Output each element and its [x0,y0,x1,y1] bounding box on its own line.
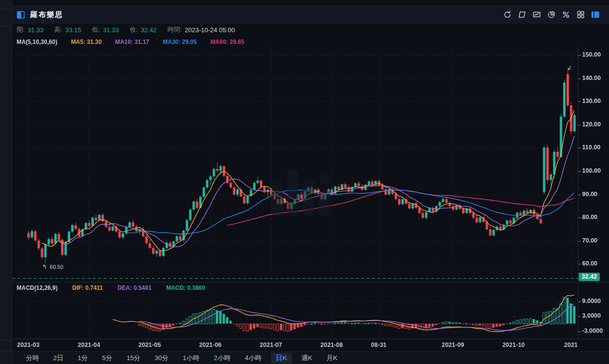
ma-group-label: MA(5,10,30,60) [17,39,57,45]
panel-split-icon[interactable] [589,9,601,20]
period-toolbar: 分時2日1分5分15分30分1小時2小時4小時日K週K月K [12,351,609,364]
price-tick-label: 140.00 [582,75,601,81]
stock-logo-icon [17,11,25,19]
price-tick-label: 150.00 [582,51,601,58]
time-tick-label: 2021-07 [249,342,293,348]
time-tick-label: 2021-09 [431,342,475,348]
ma60-value: MA60: 29.65 [210,39,244,45]
low-value-label: 60.50 [50,264,63,270]
time-tick-label: 2021-04 [67,342,111,348]
tab-1小時[interactable]: 1小時 [178,353,205,364]
low-label: 低: [92,25,100,34]
price-tick-label: 100.00 [582,167,601,174]
open-label: 開: [17,25,25,34]
time-tick-label: 08-31 [357,342,401,348]
macd-tick-label: -3.0000 [582,327,603,334]
time-tick-label: 2021-05 [127,342,171,348]
high-value: 33.15 [65,26,82,34]
tab-2日[interactable]: 2日 [48,353,68,364]
price-tick-label: 130.00 [582,98,601,104]
open-value: 31.33 [28,26,44,34]
dea-value: DEA: 0.5481 [118,284,151,291]
low-point-annotation: ↰60.50 [42,263,63,270]
apps-grid-icon[interactable] [575,9,587,20]
tab-4小時[interactable]: 4小時 [240,353,267,364]
tab-1分[interactable]: 1分 [73,353,93,364]
low-value: 31.33 [103,26,119,34]
price-tick-label: 80.00 [582,214,597,221]
tab-週K[interactable]: 週K [296,353,317,364]
symbol-title: 羅布樂思 [30,10,63,20]
tab-30分[interactable]: 30分 [150,353,174,364]
percent-icon[interactable] [560,9,572,20]
dif-value: DIF: 0.7411 [72,284,103,291]
price-tick-label: 70.00 [582,237,597,244]
draw-tools-icon[interactable] [516,9,528,20]
time-tick-label: 2021-08 [310,342,354,348]
last-price-badge: 32.42 [579,273,600,281]
price-tick-label: 90.00 [582,191,597,198]
tab-月K[interactable]: 月K [321,353,342,364]
trading-app-window: 羅布樂思 開: 31. [0,0,609,364]
tab-分時[interactable]: 分時 [21,353,44,364]
tab-15分[interactable]: 15分 [122,353,146,364]
price-tick-label: 60.00 [582,260,597,267]
time-tick-label: 2021 [549,342,593,348]
watermark-logo [270,160,338,218]
quote-bar: 開: 31.33 高: 33.15 低: 31.33 收: 32.42 時間: … [12,25,235,34]
tab-日K[interactable]: 日K [271,353,292,364]
left-panel-edge [0,0,12,364]
time-tick-label: 2021-06 [189,342,232,348]
macd-tick-label: 3.0000 [582,312,601,319]
price-tick-label: 110.00 [582,144,601,151]
macd-value: MACD: 0.3860 [166,284,205,291]
chart-board-icon[interactable] [531,9,543,20]
close-label: 收: [130,25,138,34]
price-tick-label: 120.00 [582,121,601,128]
pie-chart-icon[interactable] [546,9,557,20]
high-label: 高: [54,25,63,34]
time-tick-label: 2021-10 [492,342,536,348]
titlebar-icon-group [502,9,601,20]
macd-legend: MACD(12,26,9) DIF: 0.7411 DEA: 0.5481 MA… [12,284,220,292]
time-value: 2023-10-24 05:00 [185,26,235,34]
ma30-value: MA30: 29.05 [163,39,196,45]
ma10-value: MA10: 31.17 [115,39,149,45]
refresh-icon[interactable] [502,9,513,20]
chart-title-bar: 羅布樂思 [12,6,609,23]
ma-legend: MA(5,10,30,60) MA5: 31.30 MA10: 31.17 MA… [12,38,258,46]
time-tick-label: 2021-03 [6,342,50,348]
high-point-annotation: ↲ [567,65,571,72]
macd-group-label: MACD(12,26,9) [17,284,58,291]
high-arrow-icon: ↲ [567,65,571,72]
close-value: 32.42 [141,26,157,34]
time-label: 時間: [168,25,182,34]
tab-5分[interactable]: 5分 [97,353,117,364]
ma5-value: MA5: 31.30 [71,39,102,45]
tab-2小時[interactable]: 2小時 [209,353,236,364]
macd-tick-label: 9.0000 [582,298,601,304]
low-arrow-icon: ↰ [42,263,47,270]
